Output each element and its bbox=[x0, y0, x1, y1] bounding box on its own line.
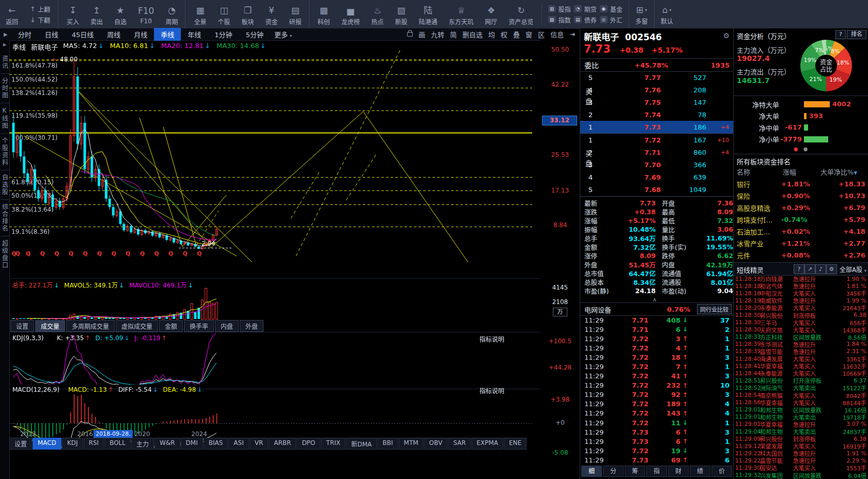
tick-row[interactable]: 11:297.72 92 ↑ 3 bbox=[580, 390, 734, 400]
mini-futures[interactable]: ◔ 期货 bbox=[574, 4, 597, 14]
tick-row[interactable]: 11:297.71 408 ↓ 37 bbox=[580, 315, 734, 325]
lock-icon[interactable] bbox=[407, 32, 413, 37]
bid-row[interactable]: 47.69 639 bbox=[580, 171, 734, 183]
sort-column[interactable]: 大单净比%▼ bbox=[820, 167, 857, 177]
sector-row[interactable]: 元件 +0.08% +2.76 bbox=[734, 249, 868, 261]
page-up-button[interactable]: ↑ 上翻 bbox=[30, 5, 50, 13]
tick-row[interactable]: 11:297.72 189 ↑ 4 bbox=[580, 400, 734, 409]
period-tab[interactable]: 45日线 bbox=[65, 28, 101, 41]
macd-chart-canvas[interactable] bbox=[9, 390, 540, 467]
ask-row[interactable]: 57.77 527 bbox=[580, 71, 734, 84]
sprite-row[interactable]: 11:28:39东华测试 急速拉升1.84 % bbox=[734, 341, 868, 348]
toolbar-item-sector[interactable]: ❐ 板块 bbox=[236, 0, 259, 28]
indicator-tab[interactable]: KDJ bbox=[62, 438, 83, 450]
indicator-tab[interactable]: SAR bbox=[448, 438, 471, 450]
tick-tab[interactable]: 筹 bbox=[625, 466, 645, 477]
volume-tab[interactable]: 金额 bbox=[159, 320, 183, 332]
sprite-filter-dropdown[interactable]: 全部A股 ▾ bbox=[840, 265, 866, 274]
sprite-row[interactable]: 11:29:22科大国创 急速拉升1.91 % bbox=[734, 450, 868, 457]
toolbar-item-panorama[interactable]: ▦ 全景 bbox=[185, 0, 212, 28]
indicator-tab[interactable]: BIAS bbox=[204, 438, 228, 450]
sprite-row[interactable]: 11:28:56华夏幸福 大笔买入88144手 bbox=[734, 399, 868, 406]
sprite-row[interactable]: 11:29:22晶雪节能 急速拉升2.29 % bbox=[734, 457, 868, 464]
toolbar-item-hotspot[interactable]: ♨ 热点 bbox=[366, 0, 390, 28]
toolbar-item-asset-overview[interactable]: ↻ 资产总览 bbox=[503, 0, 539, 28]
period-tab[interactable]: 1分钟 bbox=[208, 28, 239, 41]
back-button[interactable]: ← 返回 bbox=[0, 0, 24, 28]
indicator-tab[interactable]: MTM bbox=[399, 438, 424, 450]
ask-row[interactable]: 27.74 78 bbox=[580, 108, 734, 121]
tick-tab[interactable]: 指 bbox=[646, 466, 667, 477]
mini-funds[interactable]: ◉ 基金 bbox=[600, 4, 623, 14]
tick-row[interactable]: 11:297.72 7 ↑ 1 bbox=[580, 362, 734, 371]
bid-row[interactable]: 57.68 1049 bbox=[580, 183, 734, 196]
sprite-row[interactable]: 11:28:39晶雪节能 急速拉升2.31 % bbox=[734, 348, 868, 355]
kline-chart-canvas[interactable] bbox=[9, 40, 540, 279]
chart-tool-button[interactable]: 权 bbox=[501, 29, 507, 39]
volume-tab[interactable]: 外盘 bbox=[240, 320, 264, 332]
chart-tool-button[interactable]: 区 bbox=[538, 29, 545, 39]
indicator-tab[interactable]: W&R bbox=[154, 438, 180, 450]
chart-tool-button[interactable]: 简 bbox=[450, 29, 457, 39]
chart-tool-button[interactable]: 叠 bbox=[513, 29, 520, 39]
sidebar-item[interactable]: 综合排名 bbox=[1, 199, 9, 236]
mute-icon[interactable]: ♪ bbox=[815, 264, 826, 274]
sprite-row[interactable]: 11:29:01和邦生物 大笔卖出19718手 bbox=[734, 413, 868, 421]
tick-row[interactable]: 11:297.72 3 ↑ 1 bbox=[580, 334, 734, 343]
volume-tab[interactable]: 成交量 bbox=[35, 320, 65, 332]
ask-row[interactable]: 17.73 186+4 bbox=[580, 121, 734, 133]
sector-row[interactable]: 冰雪产业 +1.21% +2.77 bbox=[734, 237, 868, 249]
tick-tab[interactable]: 财 bbox=[668, 466, 689, 477]
sidebar-item[interactable]: 自选股 bbox=[1, 170, 9, 199]
toolbar-item-dragon-tiger[interactable]: ▅ 龙虎榜 bbox=[336, 0, 366, 28]
sprite-row[interactable]: 11:28:51昇兴股份 打开涨停板6.37 bbox=[734, 377, 868, 384]
indicator-tab[interactable]: ASI bbox=[228, 438, 249, 450]
ask-row[interactable]: 37.75 147 bbox=[580, 96, 734, 108]
sprite-row[interactable]: 11:28:20永泰能源 大笔买入21643手 bbox=[734, 304, 868, 311]
sprite-row[interactable]: 11:29:04和邦生物 大笔卖出24837手 bbox=[734, 428, 868, 435]
sidebar-item[interactable]: 超级盘口 bbox=[1, 236, 9, 273]
toolbar-item-service-hall[interactable]: ❖ 网厅 bbox=[479, 0, 503, 28]
sector-row[interactable]: 高股息精选 +0.29% +6.79 bbox=[734, 202, 868, 214]
indicator-tab[interactable]: ENE bbox=[504, 438, 526, 450]
indicator-tab[interactable]: ARBR bbox=[269, 438, 296, 450]
sprite-row[interactable]: 11:28:19南威软件 急速拉升1.99 % bbox=[734, 297, 868, 304]
sector-row[interactable]: 银行 +1.81% +18.33 bbox=[734, 178, 868, 190]
sidebar-item[interactable]: 个股资料 bbox=[1, 133, 9, 170]
volume-tab[interactable]: 内盘 bbox=[215, 320, 239, 332]
popout-icon[interactable]: ↗ bbox=[804, 264, 815, 274]
period-tab[interactable]: 分时 bbox=[11, 28, 38, 41]
period-tab[interactable]: 日线 bbox=[38, 28, 65, 41]
tick-row[interactable]: 11:297.72 232 ↑ 10 bbox=[580, 381, 734, 390]
tick-row[interactable]: 11:297.72 4 ↑ 1 bbox=[580, 343, 734, 353]
sprite-row[interactable]: 11:28:54南京熊猫 大笔买入8042手 bbox=[734, 392, 868, 399]
sprite-row[interactable]: 11:28:40海通发展 大笔买入3361手 bbox=[734, 355, 868, 362]
sprite-row[interactable]: 11:29:32兴发集团 区间放量跌6.04倍 bbox=[734, 472, 868, 479]
indicator-tab[interactable]: RSI bbox=[84, 438, 104, 450]
indicator-tab[interactable]: 主力 bbox=[131, 438, 154, 450]
volume-tab[interactable]: 多周期成交量 bbox=[66, 320, 115, 332]
industry-row[interactable]: 电网设备 0.76% 同行业比较 bbox=[580, 302, 734, 316]
sprite-row[interactable]: 11:28:52洲际油气 大笔卖出15122手 bbox=[734, 384, 868, 391]
fund-pie-chart[interactable] bbox=[787, 29, 865, 104]
sprite-row[interactable]: 11:28:30昇兴股份 封涨停板6.38 bbox=[734, 311, 868, 318]
sprite-row[interactable]: 11:29:30国安达 大笔买入1553手 bbox=[734, 464, 868, 471]
toolbar-item-funds[interactable]: ¥ 资金 bbox=[259, 0, 283, 28]
toolbar-item-period[interactable]: ◔ 周期 bbox=[160, 0, 183, 28]
indicator-tab[interactable]: 新DMA bbox=[346, 438, 377, 450]
chart-tool-button[interactable]: 删自选 bbox=[462, 29, 483, 39]
toolbar-item-ipo[interactable]: ▧ 新股 bbox=[390, 0, 413, 28]
toolbar-item-sell[interactable]: ↥ 卖出 bbox=[85, 0, 109, 28]
indicator-help-button[interactable]: 指标说明 bbox=[479, 386, 504, 395]
period-tab[interactable]: 年线 bbox=[181, 28, 208, 41]
bid-row[interactable]: 17.72 167+10 bbox=[580, 134, 734, 146]
sidebar-item[interactable]: 分时图 bbox=[1, 73, 9, 103]
mini-stock-index[interactable]: ▥ 股指 bbox=[548, 4, 571, 14]
sprite-row[interactable]: 11:28:18中船汉光 大笔买入3456手 bbox=[734, 290, 868, 297]
sidebar-collapse-icon[interactable]: ▶ bbox=[0, 31, 11, 37]
sprite-row[interactable]: 11:29:01和邦生物 区间放量跌16.16倍 bbox=[734, 406, 868, 413]
tick-row[interactable]: 11:297.72 19 ↓ 3 bbox=[580, 446, 734, 455]
period-more-button[interactable]: 更多 ▾ bbox=[270, 28, 296, 41]
tick-row[interactable]: 11:297.73 69 ↑ 6 bbox=[580, 455, 734, 465]
period-tab[interactable]: 月线 bbox=[127, 28, 154, 41]
